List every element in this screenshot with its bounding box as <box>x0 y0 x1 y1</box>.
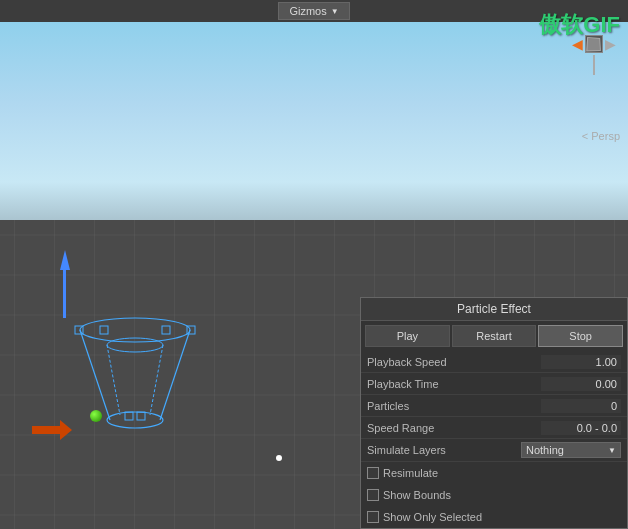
speed-range-row: Speed Range 0.0 - 0.0 <box>361 417 627 439</box>
svg-point-3 <box>107 412 163 428</box>
resimulate-row: Resimulate <box>361 462 627 484</box>
playback-time-label: Playback Time <box>367 378 541 390</box>
svg-rect-9 <box>100 326 108 334</box>
show-bounds-checkbox[interactable] <box>367 489 379 501</box>
axis-arrow-y-stem <box>63 268 66 318</box>
particle-dot <box>276 455 282 461</box>
show-only-selected-checkbox[interactable] <box>367 511 379 523</box>
speed-range-label: Speed Range <box>367 422 541 434</box>
nav-left-arrow[interactable]: ◀ <box>572 36 583 52</box>
axis-arrow-y <box>60 250 70 270</box>
nav-arrows: ◀ ▶ <box>572 35 616 53</box>
svg-rect-10 <box>162 326 170 334</box>
playback-time-value[interactable]: 0.00 <box>541 377 621 391</box>
particle-emitter[interactable] <box>70 290 200 450</box>
playback-time-row: Playback Time 0.00 <box>361 373 627 395</box>
persp-label: < Persp <box>582 130 620 142</box>
playback-speed-label: Playback Speed <box>367 356 541 368</box>
svg-line-5 <box>107 345 120 415</box>
nav-right-arrow[interactable]: ▶ <box>605 36 616 52</box>
viewport: Gizmos 傲软GIF ◀ ▶ < Persp <box>0 0 628 529</box>
playback-speed-row: Playback Speed 1.00 <box>361 351 627 373</box>
svg-rect-11 <box>125 412 133 420</box>
nav-cube-shape <box>586 37 601 52</box>
play-button[interactable]: Play <box>365 325 450 347</box>
show-only-selected-row: Show Only Selected <box>361 506 627 528</box>
speed-range-value: 0.0 - 0.0 <box>541 421 621 435</box>
top-toolbar: Gizmos <box>0 0 628 22</box>
particles-value: 0 <box>541 399 621 413</box>
simulate-layers-row: Simulate Layers Nothing <box>361 439 627 462</box>
restart-button[interactable]: Restart <box>452 325 537 347</box>
svg-line-1 <box>80 330 110 420</box>
simulate-layers-value: Nothing <box>526 444 564 456</box>
svg-line-2 <box>160 330 190 420</box>
particle-effect-panel: Particle Effect Play Restart Stop Playba… <box>360 297 628 529</box>
nav-center-cube[interactable] <box>585 35 603 53</box>
svg-line-6 <box>150 345 163 415</box>
panel-title: Particle Effect <box>361 298 627 321</box>
particles-row: Particles 0 <box>361 395 627 417</box>
gizmos-button[interactable]: Gizmos <box>278 2 349 20</box>
navigation-widget[interactable]: ◀ ▶ <box>572 35 616 75</box>
nav-vertical-stick <box>593 55 595 75</box>
svg-point-4 <box>107 338 163 352</box>
particles-label: Particles <box>367 400 541 412</box>
playback-controls: Play Restart Stop <box>361 321 627 351</box>
simulate-layers-dropdown[interactable]: Nothing <box>521 442 621 458</box>
simulate-layers-label: Simulate Layers <box>367 444 521 456</box>
svg-rect-12 <box>137 412 145 420</box>
resimulate-checkbox[interactable] <box>367 467 379 479</box>
stop-button[interactable]: Stop <box>538 325 623 347</box>
show-bounds-label: Show Bounds <box>383 489 451 501</box>
show-bounds-row: Show Bounds <box>361 484 627 506</box>
playback-speed-value[interactable]: 1.00 <box>541 355 621 369</box>
resimulate-label: Resimulate <box>383 467 438 479</box>
show-only-selected-label: Show Only Selected <box>383 511 482 523</box>
